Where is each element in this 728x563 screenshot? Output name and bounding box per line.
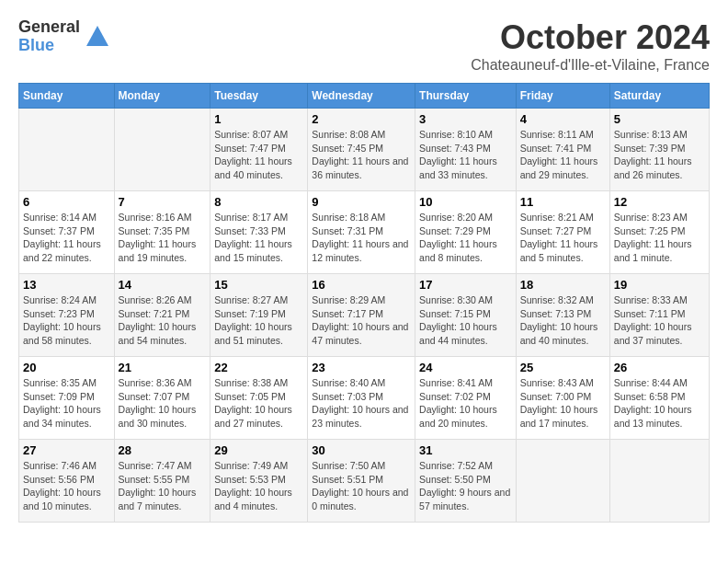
day-number: 1 (214, 112, 303, 126)
day-detail: Sunrise: 8:21 AM Sunset: 7:27 PM Dayligh… (520, 211, 606, 265)
day-detail: Sunrise: 8:13 AM Sunset: 7:39 PM Dayligh… (614, 128, 705, 182)
day-detail: Sunrise: 8:36 AM Sunset: 7:07 PM Dayligh… (119, 376, 207, 431)
day-detail: Sunrise: 8:17 AM Sunset: 7:33 PM Dayligh… (214, 211, 303, 265)
calendar-cell (19, 109, 115, 191)
day-number: 21 (119, 361, 207, 374)
day-header-sunday: Sunday (19, 84, 115, 109)
calendar-cell: 26Sunrise: 8:44 AM Sunset: 6:58 PM Dayli… (609, 357, 709, 440)
day-number: 31 (419, 443, 512, 457)
day-number: 16 (312, 278, 411, 292)
day-number: 13 (23, 278, 110, 292)
day-number: 8 (214, 195, 303, 209)
calendar-cell: 23Sunrise: 8:40 AM Sunset: 7:03 PM Dayli… (308, 357, 415, 440)
calendar-cell: 19Sunrise: 8:33 AM Sunset: 7:11 PM Dayli… (609, 274, 709, 357)
day-number: 9 (312, 195, 411, 209)
day-detail: Sunrise: 8:27 AM Sunset: 7:19 PM Dayligh… (214, 293, 303, 348)
day-number: 28 (119, 443, 207, 457)
day-detail: Sunrise: 7:46 AM Sunset: 5:56 PM Dayligh… (23, 459, 110, 513)
day-header-friday: Friday (516, 84, 609, 109)
day-number: 4 (520, 112, 606, 126)
day-number: 20 (23, 361, 110, 374)
calendar-week-row: 27Sunrise: 7:46 AM Sunset: 5:56 PM Dayli… (19, 440, 710, 523)
calendar-cell (609, 440, 709, 523)
day-detail: Sunrise: 7:49 AM Sunset: 5:53 PM Dayligh… (214, 459, 303, 513)
day-number: 7 (119, 195, 207, 209)
day-number: 25 (520, 361, 606, 374)
day-detail: Sunrise: 8:11 AM Sunset: 7:41 PM Dayligh… (520, 128, 606, 182)
day-detail: Sunrise: 8:16 AM Sunset: 7:35 PM Dayligh… (119, 211, 207, 265)
calendar-cell (114, 109, 210, 191)
day-detail: Sunrise: 8:35 AM Sunset: 7:09 PM Dayligh… (23, 376, 110, 431)
day-detail: Sunrise: 8:14 AM Sunset: 7:37 PM Dayligh… (23, 211, 110, 265)
day-detail: Sunrise: 8:32 AM Sunset: 7:13 PM Dayligh… (520, 293, 606, 348)
day-detail: Sunrise: 8:26 AM Sunset: 7:21 PM Dayligh… (119, 293, 207, 348)
calendar-cell: 31Sunrise: 7:52 AM Sunset: 5:50 PM Dayli… (415, 440, 517, 523)
calendar-cell: 6Sunrise: 8:14 AM Sunset: 7:37 PM Daylig… (19, 191, 115, 274)
calendar-cell: 13Sunrise: 8:24 AM Sunset: 7:23 PM Dayli… (19, 274, 115, 357)
calendar-cell: 21Sunrise: 8:36 AM Sunset: 7:07 PM Dayli… (114, 357, 210, 440)
calendar-cell: 30Sunrise: 7:50 AM Sunset: 5:51 PM Dayli… (308, 440, 415, 523)
day-detail: Sunrise: 8:10 AM Sunset: 7:43 PM Dayligh… (419, 128, 512, 182)
day-detail: Sunrise: 7:47 AM Sunset: 5:55 PM Dayligh… (119, 459, 207, 513)
logo-icon (84, 23, 111, 51)
day-number: 26 (614, 361, 705, 374)
calendar-week-row: 13Sunrise: 8:24 AM Sunset: 7:23 PM Dayli… (19, 274, 710, 357)
day-header-tuesday: Tuesday (210, 84, 308, 109)
calendar-cell: 1Sunrise: 8:07 AM Sunset: 7:47 PM Daylig… (210, 109, 308, 191)
calendar-cell: 12Sunrise: 8:23 AM Sunset: 7:25 PM Dayli… (609, 191, 709, 274)
calendar-cell: 20Sunrise: 8:35 AM Sunset: 7:09 PM Dayli… (19, 357, 115, 440)
calendar-cell: 5Sunrise: 8:13 AM Sunset: 7:39 PM Daylig… (609, 109, 709, 191)
day-number: 3 (419, 112, 512, 126)
calendar-cell: 17Sunrise: 8:30 AM Sunset: 7:15 PM Dayli… (415, 274, 517, 357)
day-header-wednesday: Wednesday (308, 84, 415, 109)
day-detail: Sunrise: 8:24 AM Sunset: 7:23 PM Dayligh… (23, 293, 110, 348)
calendar-cell: 8Sunrise: 8:17 AM Sunset: 7:33 PM Daylig… (210, 191, 308, 274)
day-detail: Sunrise: 8:43 AM Sunset: 7:00 PM Dayligh… (520, 376, 606, 431)
svg-marker-0 (86, 26, 108, 46)
month-title: October 2024 (471, 18, 710, 57)
calendar-cell: 10Sunrise: 8:20 AM Sunset: 7:29 PM Dayli… (415, 191, 517, 274)
day-detail: Sunrise: 8:38 AM Sunset: 7:05 PM Dayligh… (214, 376, 303, 431)
day-detail: Sunrise: 7:52 AM Sunset: 5:50 PM Dayligh… (419, 459, 512, 513)
calendar-table: SundayMondayTuesdayWednesdayThursdayFrid… (18, 83, 710, 523)
day-number: 6 (23, 195, 110, 209)
title-section: October 2024 Chateauneuf-d'Ille-et-Vilai… (471, 18, 710, 74)
day-detail: Sunrise: 7:50 AM Sunset: 5:51 PM Dayligh… (312, 459, 411, 513)
logo-general: General (18, 18, 80, 37)
calendar-cell: 4Sunrise: 8:11 AM Sunset: 7:41 PM Daylig… (516, 109, 609, 191)
calendar-cell: 16Sunrise: 8:29 AM Sunset: 7:17 PM Dayli… (308, 274, 415, 357)
day-detail: Sunrise: 8:33 AM Sunset: 7:11 PM Dayligh… (614, 293, 705, 348)
day-number: 18 (520, 278, 606, 292)
day-number: 12 (614, 195, 705, 209)
day-number: 17 (419, 278, 512, 292)
page-header: General Blue October 2024 Chateauneuf-d'… (18, 18, 710, 74)
day-detail: Sunrise: 8:44 AM Sunset: 6:58 PM Dayligh… (614, 376, 705, 431)
day-number: 15 (214, 278, 303, 292)
day-detail: Sunrise: 8:41 AM Sunset: 7:02 PM Dayligh… (419, 376, 512, 431)
calendar-header-row: SundayMondayTuesdayWednesdayThursdayFrid… (19, 84, 710, 109)
calendar-cell: 28Sunrise: 7:47 AM Sunset: 5:55 PM Dayli… (114, 440, 210, 523)
day-number: 23 (312, 361, 411, 374)
day-header-thursday: Thursday (415, 84, 517, 109)
day-detail: Sunrise: 8:20 AM Sunset: 7:29 PM Dayligh… (419, 211, 512, 265)
calendar-cell: 24Sunrise: 8:41 AM Sunset: 7:02 PM Dayli… (415, 357, 517, 440)
calendar-week-row: 6Sunrise: 8:14 AM Sunset: 7:37 PM Daylig… (19, 191, 710, 274)
day-number: 27 (23, 443, 110, 457)
day-number: 29 (214, 443, 303, 457)
calendar-cell: 2Sunrise: 8:08 AM Sunset: 7:45 PM Daylig… (308, 109, 415, 191)
calendar-cell: 3Sunrise: 8:10 AM Sunset: 7:43 PM Daylig… (415, 109, 517, 191)
day-detail: Sunrise: 8:40 AM Sunset: 7:03 PM Dayligh… (312, 376, 411, 431)
day-detail: Sunrise: 8:30 AM Sunset: 7:15 PM Dayligh… (419, 293, 512, 348)
day-detail: Sunrise: 8:08 AM Sunset: 7:45 PM Dayligh… (312, 128, 411, 182)
day-number: 11 (520, 195, 606, 209)
calendar-cell: 11Sunrise: 8:21 AM Sunset: 7:27 PM Dayli… (516, 191, 609, 274)
calendar-cell: 18Sunrise: 8:32 AM Sunset: 7:13 PM Dayli… (516, 274, 609, 357)
day-number: 2 (312, 112, 411, 126)
calendar-cell: 7Sunrise: 8:16 AM Sunset: 7:35 PM Daylig… (114, 191, 210, 274)
day-number: 30 (312, 443, 411, 457)
calendar-cell: 15Sunrise: 8:27 AM Sunset: 7:19 PM Dayli… (210, 274, 308, 357)
calendar-week-row: 20Sunrise: 8:35 AM Sunset: 7:09 PM Dayli… (19, 357, 710, 440)
day-number: 24 (419, 361, 512, 374)
calendar-cell: 29Sunrise: 7:49 AM Sunset: 5:53 PM Dayli… (210, 440, 308, 523)
calendar-cell: 9Sunrise: 8:18 AM Sunset: 7:31 PM Daylig… (308, 191, 415, 274)
